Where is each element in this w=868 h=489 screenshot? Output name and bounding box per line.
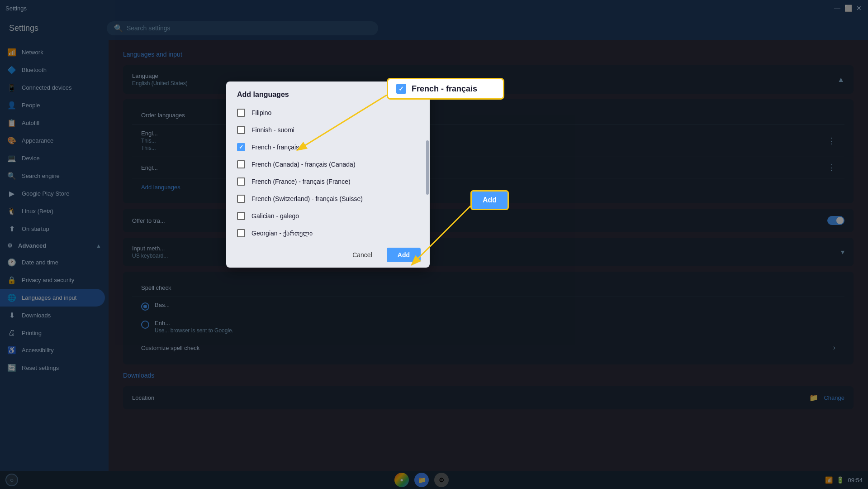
label-georgian: Georgian - ქართული	[251, 230, 313, 237]
french-callout: ✓ French - français	[387, 78, 504, 100]
checkbox-french-switzerland[interactable]	[237, 195, 245, 203]
label-finnish: Finnish - suomi	[251, 126, 294, 134]
dialog-actions: Cancel Add	[226, 242, 430, 268]
checkbox-georgian[interactable]	[237, 229, 245, 237]
label-french-switzerland: French (Switzerland) - français (Suisse)	[251, 195, 363, 202]
dialog-item-filipino[interactable]: Filipino	[230, 104, 426, 121]
dialog-item-french-canada[interactable]: French (Canada) - français (Canada)	[230, 156, 426, 173]
checkbox-french-canada[interactable]	[237, 160, 245, 168]
checkbox-filipino[interactable]	[237, 109, 245, 117]
label-french-canada: French (Canada) - français (Canada)	[251, 161, 356, 168]
label-filipino: Filipino	[251, 109, 271, 116]
checkbox-finnish[interactable]	[237, 126, 245, 134]
add-button[interactable]: Add	[387, 248, 421, 262]
checkbox-french[interactable]	[237, 143, 245, 151]
dialog-item-georgian[interactable]: Georgian - ქართული	[230, 225, 426, 242]
cancel-button[interactable]: Cancel	[343, 248, 381, 262]
dialog-overlay	[0, 0, 868, 489]
add-languages-dialog: Add languages Filipino Finnish - suomi F…	[226, 82, 430, 268]
add-callout: Add	[470, 190, 509, 210]
dialog-scrollbar[interactable]	[426, 140, 429, 195]
label-french-france: French (France) - français (France)	[251, 178, 351, 185]
dialog-item-french-france[interactable]: French (France) - français (France)	[230, 173, 426, 190]
dialog-item-finnish[interactable]: Finnish - suomi	[230, 121, 426, 139]
label-galician: Galician - galego	[251, 212, 299, 220]
checkbox-french-france[interactable]	[237, 177, 245, 186]
callout-checkbox-icon: ✓	[396, 84, 406, 94]
label-french: French - français	[251, 144, 299, 151]
checkbox-galician[interactable]	[237, 212, 245, 220]
dialog-item-french-switzerland[interactable]: French (Switzerland) - français (Suisse)	[230, 190, 426, 207]
callout-add-label: Add	[483, 196, 497, 204]
callout-french-label: French - français	[412, 84, 477, 94]
dialog-item-galician[interactable]: Galician - galego	[230, 207, 426, 225]
dialog-list: Filipino Finnish - suomi French - frança…	[226, 104, 430, 242]
dialog-item-french[interactable]: French - français	[230, 139, 426, 156]
